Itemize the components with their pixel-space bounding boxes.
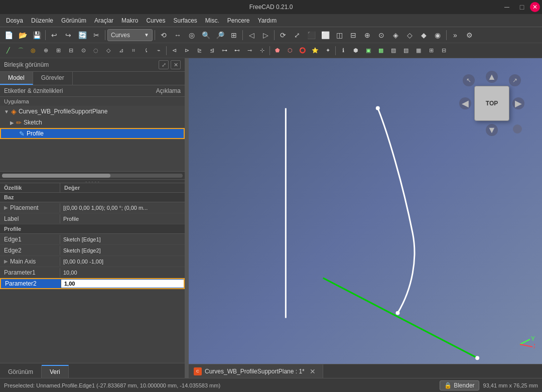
tb-btn-f[interactable]: ⊞ (227, 29, 240, 42)
tb2-btn-ab[interactable]: ⬢ (350, 45, 362, 57)
prop-row-param2[interactable]: Parameter2 1,00 (0, 278, 185, 289)
tb2-btn-v[interactable]: ⬟ (272, 45, 284, 57)
tree-item-profile[interactable]: ✎ Profile (0, 128, 185, 139)
tb2-btn-a[interactable]: ╱ (2, 45, 14, 57)
tb-btn-e[interactable]: 🔎 (213, 29, 226, 42)
tb-btn-t[interactable]: ◉ (431, 29, 444, 42)
tb-btn-j[interactable]: ⤢ (291, 29, 304, 42)
nav-arrow-down[interactable]: ▼ (486, 124, 498, 136)
menu-yardim[interactable]: Yardım (254, 16, 281, 25)
tb2-btn-ac[interactable]: ▣ (362, 45, 374, 57)
viewport-tab-close[interactable]: ✕ (308, 367, 318, 375)
nav-cube-top-face[interactable]: TOP (474, 86, 509, 121)
menu-makro[interactable]: Makro (117, 16, 142, 25)
tb-btn-o[interactable]: ⊕ (361, 29, 374, 42)
scroll-thumb[interactable] (2, 174, 110, 178)
workbench-dropdown[interactable]: Curves ▼ (107, 29, 153, 41)
nav-arrow-left[interactable]: ◀ (459, 97, 471, 109)
menu-gorunum[interactable]: Görünüm (57, 16, 90, 25)
nav-arrow-up[interactable]: ▲ (486, 71, 498, 83)
prop-row-label[interactable]: Label Profile (0, 213, 185, 224)
cut-button[interactable]: ✂ (90, 29, 103, 42)
tb2-btn-b[interactable]: ⌒ (15, 45, 27, 57)
tb2-btn-e[interactable]: ⊞ (52, 45, 64, 57)
nav-arrow-right[interactable]: ▶ (512, 97, 524, 109)
tb2-btn-q[interactable]: ⊴ (206, 45, 218, 57)
menu-pencere[interactable]: Pencere (223, 16, 254, 25)
tb2-btn-ai[interactable]: ⊟ (438, 45, 450, 57)
panel-expand-btn[interactable]: ⤢ (159, 60, 169, 69)
tb2-btn-z[interactable]: ✦ (322, 45, 334, 57)
tb-btn-c[interactable]: ◎ (185, 29, 198, 42)
prop-row-param1[interactable]: Parameter1 10,00 (0, 267, 185, 278)
prop-value-param2[interactable]: 1,00 (61, 280, 184, 288)
menu-surfaces[interactable]: Surfaces (169, 16, 201, 25)
tb2-btn-ae[interactable]: ▨ (387, 45, 399, 57)
tb-btn-d[interactable]: 🔍 (199, 29, 212, 42)
tb2-btn-y[interactable]: ⭐ (309, 45, 321, 57)
tab-model[interactable]: Model (0, 72, 33, 85)
tb2-btn-i[interactable]: ◇ (102, 45, 114, 57)
tb-btn-n[interactable]: ⊟ (347, 29, 360, 42)
viewport[interactable]: ▲ ▼ ◀ ▶ ↖ ↗ TOP Y X (189, 58, 542, 378)
prop-row-edge2[interactable]: Edge2 Sketch [Edge2] (0, 245, 185, 256)
tb-btn-b[interactable]: ↔ (171, 29, 184, 42)
menu-araclar[interactable]: Araçlar (90, 16, 117, 25)
tree-area[interactable]: ▼ ◈ Curves_WB_ProfileSupportPlane ▶ ✏ Sk… (0, 106, 185, 171)
tb2-btn-l[interactable]: ⤹ (140, 45, 152, 57)
menu-duzenle[interactable]: Düzenle (27, 16, 57, 25)
viewport-tab-main[interactable]: C Curves_WB_ProfileSupportPlane : 1* ✕ (189, 364, 323, 378)
tb2-btn-k[interactable]: ⌗ (127, 45, 140, 57)
prop-row-placement[interactable]: ▶ Placement [(0,00 0,00 1,00); 0,00 °; (… (0, 202, 185, 213)
tb-btn-k[interactable]: ⬛ (305, 29, 318, 42)
tb2-btn-x[interactable]: ⭕ (297, 45, 309, 57)
open-button[interactable]: 📂 (16, 29, 29, 42)
menu-misc[interactable]: Misc. (201, 16, 223, 25)
save-button[interactable]: 💾 (30, 29, 43, 42)
tb2-btn-o[interactable]: ⊳ (181, 45, 193, 57)
tab-gorevler[interactable]: Görevler (33, 72, 73, 85)
tb-btn-q[interactable]: ◈ (389, 29, 402, 42)
maximize-button[interactable]: □ (515, 0, 529, 14)
tb-btn-a[interactable]: ⟲ (157, 29, 170, 42)
tb2-btn-h[interactable]: ◌ (90, 45, 102, 57)
tb2-btn-j[interactable]: ⊿ (115, 45, 127, 57)
tb-btn-h[interactable]: ▷ (259, 29, 272, 42)
tb2-btn-s[interactable]: ⊷ (231, 45, 243, 57)
menu-curves[interactable]: Curves (142, 16, 169, 25)
tb2-btn-ad[interactable]: ▩ (375, 45, 387, 57)
tb-btn-m[interactable]: ◫ (333, 29, 346, 42)
tb2-btn-u[interactable]: ⊹ (256, 45, 268, 57)
tb2-btn-w[interactable]: ⬡ (284, 45, 296, 57)
minimize-button[interactable]: ─ (500, 0, 514, 14)
tb-btn-g[interactable]: ◁ (245, 29, 258, 42)
tb2-btn-g[interactable]: ⊙ (77, 45, 89, 57)
tb-btn-l[interactable]: ⬜ (319, 29, 332, 42)
tb-btn-p[interactable]: ⊙ (375, 29, 388, 42)
tb-btn-extra[interactable]: ⚙ (463, 29, 476, 42)
tb2-btn-ah[interactable]: ⊞ (425, 45, 437, 57)
tb2-btn-af[interactable]: ▧ (400, 45, 412, 57)
prop-row-edge1[interactable]: Edge1 Sketch [Edge1] (0, 234, 185, 245)
panel-divider[interactable]: - - - - - (0, 179, 185, 183)
tb2-btn-t[interactable]: ⊸ (243, 45, 255, 57)
tb2-btn-p[interactable]: ⊵ (193, 45, 205, 57)
new-button[interactable]: 📄 (2, 29, 15, 42)
panel-close-btn[interactable]: ✕ (171, 60, 181, 69)
tb-btn-overflow[interactable]: » (449, 29, 462, 42)
tree-item-sketch[interactable]: ▶ ✏ Sketch (0, 117, 185, 128)
tab-veri[interactable]: Veri (42, 365, 69, 378)
tb2-btn-d[interactable]: ⊕ (40, 45, 52, 57)
tree-item-root[interactable]: ▼ ◈ Curves_WB_ProfileSupportPlane (0, 106, 185, 117)
tb2-btn-n[interactable]: ⊲ (168, 45, 180, 57)
close-button[interactable]: ✕ (530, 2, 540, 12)
tb2-btn-f[interactable]: ⊟ (65, 45, 77, 57)
menu-dosya[interactable]: Dosya (2, 16, 27, 25)
nav-arrow-tl[interactable]: ↖ (463, 74, 475, 86)
blender-button[interactable]: 🔒 Blender (440, 380, 479, 390)
tb2-btn-c[interactable]: ◎ (27, 45, 39, 57)
scroll-track[interactable] (2, 174, 183, 178)
tb2-btn-m[interactable]: ⌁ (153, 45, 165, 57)
tb2-btn-r[interactable]: ⊶ (218, 45, 230, 57)
undo-button[interactable]: ↩ (48, 29, 61, 42)
